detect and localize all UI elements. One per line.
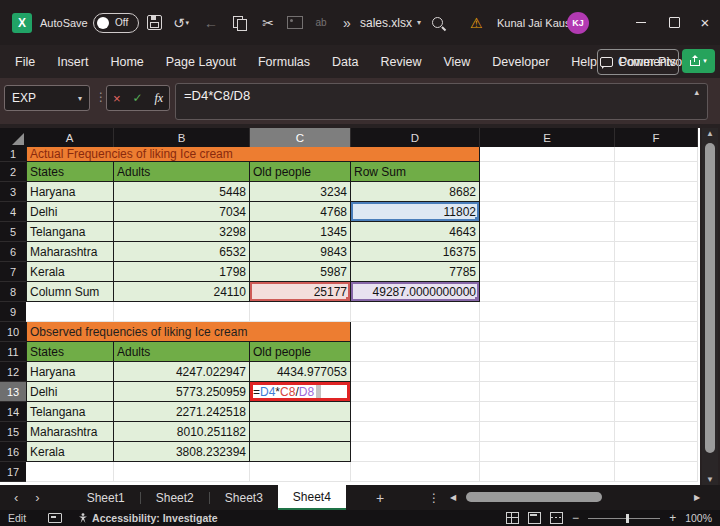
cell-e17[interactable] — [480, 462, 615, 482]
close-button[interactable]: × — [690, 0, 720, 45]
ribbon-tab-file[interactable]: File — [4, 45, 46, 78]
scroll-down-icon[interactable]: ▼ — [702, 475, 718, 484]
cell-e3[interactable] — [480, 182, 615, 202]
cell-d7[interactable]: 7785 — [351, 262, 480, 282]
document-title[interactable]: sales.xlsx ▾ — [360, 0, 421, 45]
normal-view-icon[interactable] — [506, 512, 519, 524]
zoom-slider-thumb[interactable] — [626, 514, 629, 523]
cell-d14[interactable] — [351, 402, 480, 422]
cell-e2[interactable] — [480, 162, 615, 182]
cell-f4[interactable] — [615, 202, 698, 222]
cell-c2[interactable]: Old people — [250, 162, 351, 182]
cell-a16[interactable]: Kerala — [26, 442, 114, 462]
cell-c13[interactable]: =D4*C8/D8 — [250, 382, 351, 402]
cell-d11[interactable] — [351, 342, 480, 362]
cell-b12[interactable]: 4247.022947 — [114, 362, 250, 382]
cell-f12[interactable] — [615, 362, 698, 382]
cell-b5[interactable]: 3298 — [114, 222, 250, 242]
cell-f11[interactable] — [615, 342, 698, 362]
row-header-6[interactable]: 6 — [0, 242, 26, 262]
cell-f15[interactable] — [615, 422, 698, 442]
cell-c14[interactable] — [250, 402, 351, 422]
minimize-button[interactable] — [626, 0, 656, 45]
enter-icon[interactable]: ✓ — [132, 91, 142, 105]
row-header-14[interactable]: 14 — [0, 402, 26, 422]
cell-b13[interactable]: 5773.250959 — [114, 382, 250, 402]
column-header-f[interactable]: F — [615, 128, 698, 147]
cell-f1[interactable] — [615, 147, 698, 162]
ribbon-tab-insert[interactable]: Insert — [46, 45, 99, 78]
cell-d12[interactable] — [351, 362, 480, 382]
row-header-3[interactable]: 3 — [0, 182, 26, 202]
cell-b16[interactable]: 3808.232394 — [114, 442, 250, 462]
cell-a13[interactable]: Delhi — [26, 382, 114, 402]
ribbon-tab-home[interactable]: Home — [99, 45, 154, 78]
cell-b7[interactable]: 1798 — [114, 262, 250, 282]
cell-d10[interactable] — [351, 322, 480, 342]
cell-e10[interactable] — [480, 322, 615, 342]
cell-e15[interactable] — [480, 422, 615, 442]
cell-d17[interactable] — [351, 462, 480, 482]
cell-a11[interactable]: States — [26, 342, 114, 362]
cell-b9[interactable] — [114, 302, 250, 322]
sheet-options-icon[interactable]: ⋮ — [428, 491, 440, 505]
cell-f10[interactable] — [615, 322, 698, 342]
cell-f7[interactable] — [615, 262, 698, 282]
cell-f5[interactable] — [615, 222, 698, 242]
cell-c16[interactable] — [250, 442, 351, 462]
cell-c5[interactable]: 1345 — [250, 222, 351, 242]
cell-b17[interactable] — [114, 462, 250, 482]
cell-b6[interactable]: 6532 — [114, 242, 250, 262]
row-header-13[interactable]: 13 — [0, 382, 26, 402]
cell-d6[interactable]: 16375 — [351, 242, 480, 262]
cell-f6[interactable] — [615, 242, 698, 262]
column-header-b[interactable]: B — [114, 128, 250, 147]
cell-a8[interactable]: Column Sum — [26, 282, 114, 302]
add-sheet-button[interactable]: + — [376, 490, 384, 506]
ribbon-tab-developer[interactable]: Developer — [481, 45, 560, 78]
cell-d2[interactable]: Row Sum — [351, 162, 480, 182]
sheet-tab-sheet4[interactable]: Sheet4 — [278, 485, 346, 510]
zoom-slider[interactable] — [588, 518, 660, 519]
cell-a12[interactable]: Haryana — [26, 362, 114, 382]
cell-a6[interactable]: Maharashtra — [26, 242, 114, 262]
sheet-nav-right-icon[interactable]: › — [35, 490, 39, 505]
cell-e7[interactable] — [480, 262, 615, 282]
cell-c3[interactable]: 3234 — [250, 182, 351, 202]
page-break-view-icon[interactable] — [550, 512, 563, 524]
display-settings-icon[interactable] — [48, 513, 62, 523]
insert-function-icon[interactable]: fx — [154, 91, 163, 106]
sheet-tab-sheet3[interactable]: Sheet3 — [210, 485, 278, 510]
cell-d3[interactable]: 8682 — [351, 182, 480, 202]
format-painter-button[interactable] — [282, 0, 308, 45]
cell-a17[interactable] — [26, 462, 114, 482]
cell-f16[interactable] — [615, 442, 698, 462]
row-header-17[interactable]: 17 — [0, 462, 26, 482]
name-box[interactable]: EXP ▾ — [4, 85, 90, 111]
cell-d16[interactable] — [351, 442, 480, 462]
zoom-level[interactable]: 100% — [685, 512, 712, 524]
scroll-up-icon[interactable]: ▲ — [702, 129, 718, 138]
search-button[interactable] — [432, 0, 443, 45]
sheet-tab-sheet2[interactable]: Sheet2 — [141, 485, 209, 510]
cell-d5[interactable]: 4643 — [351, 222, 480, 242]
cell-f14[interactable] — [615, 402, 698, 422]
cell-a10[interactable]: Observed frequencies of liking Ice cream — [26, 322, 351, 342]
cell-e5[interactable] — [480, 222, 615, 242]
cell-a1[interactable]: Actual Frequencies of liking Ice cream — [26, 147, 480, 162]
copy-button[interactable] — [227, 0, 253, 45]
horizontal-scroll-thumb[interactable] — [466, 492, 602, 502]
ribbon-tab-formulas[interactable]: Formulas — [247, 45, 321, 78]
cell-b11[interactable]: Adults — [114, 342, 250, 362]
column-header-d[interactable]: D — [351, 128, 480, 147]
cell-e4[interactable] — [480, 202, 615, 222]
cell-c15[interactable] — [250, 422, 351, 442]
undo-button[interactable]: ↺▾ — [168, 0, 194, 45]
cell-c12[interactable]: 4434.977053 — [250, 362, 351, 382]
cell-c7[interactable]: 5987 — [250, 262, 351, 282]
cell-d4[interactable]: 11802 — [351, 202, 480, 222]
ribbon-tab-review[interactable]: Review — [369, 45, 432, 78]
formula-input[interactable]: =D4*C8/D8 ▴ — [175, 83, 708, 120]
cell-c6[interactable]: 9843 — [250, 242, 351, 262]
cell-e12[interactable] — [480, 362, 615, 382]
